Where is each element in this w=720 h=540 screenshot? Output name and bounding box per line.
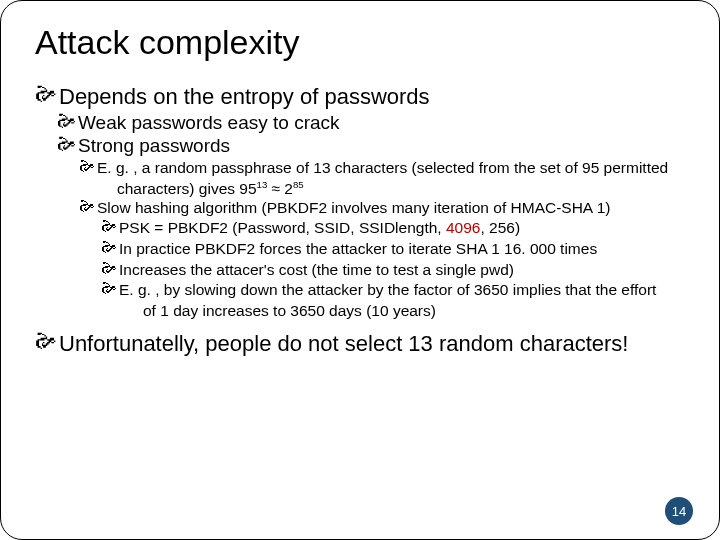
bullet-icon: 🙞 bbox=[101, 219, 117, 235]
bullet-level4: 🙞E. g. , by slowing down the attacker by… bbox=[101, 281, 685, 300]
bullet-icon: 🙞 bbox=[101, 261, 117, 277]
bullet-level2: 🙞Weak passwords easy to crack bbox=[57, 112, 685, 134]
text: In practice PBKDF2 forces the attacker t… bbox=[119, 240, 597, 257]
slide-frame: Attack complexity 🙞Depends on the entrop… bbox=[0, 0, 720, 540]
bullet-level3: 🙞Slow hashing algorithm (PBKDF2 involves… bbox=[79, 199, 685, 321]
text: E. g. , a random passphrase of 13 charac… bbox=[97, 159, 668, 176]
bullet-level1: 🙞Unfortunatelly, people do not select 13… bbox=[35, 331, 685, 357]
bullet-icon: 🙞 bbox=[101, 240, 117, 256]
bullet-icon: 🙞 bbox=[79, 199, 95, 215]
highlight-number: 4096 bbox=[446, 219, 480, 236]
text: Weak passwords easy to crack bbox=[78, 112, 340, 133]
text-continuation: characters) gives 9513 ≈ 285 bbox=[117, 180, 685, 199]
bullet-level3: 🙞E. g. , a random passphrase of 13 chara… bbox=[79, 159, 685, 178]
bullet-level4: 🙞In practice PBKDF2 forces the attacker … bbox=[101, 240, 685, 259]
bullet-icon: 🙞 bbox=[35, 84, 57, 106]
bullet-level1: 🙞Depends on the entropy of passwords 🙞We… bbox=[35, 84, 685, 321]
text-continuation: of 1 day increases to 3650 days (10 year… bbox=[143, 302, 685, 321]
text: Depends on the entropy of passwords bbox=[59, 84, 430, 109]
text: Unfortunatelly, people do not select 13 … bbox=[59, 331, 628, 356]
text: Slow hashing algorithm (PBKDF2 involves … bbox=[97, 199, 610, 216]
bullet-level4: 🙞PSK = PBKDF2 (Password, SSID, SSIDlengt… bbox=[101, 219, 685, 238]
bullet-icon: 🙞 bbox=[101, 281, 117, 297]
slide-title: Attack complexity bbox=[35, 23, 685, 62]
bullet-level2: 🙞Strong passwords 🙞E. g. , a random pass… bbox=[57, 135, 685, 321]
bullet-icon: 🙞 bbox=[35, 331, 57, 353]
bullet-level4: 🙞Increases the attacer's cost (the time … bbox=[101, 261, 685, 280]
bullet-icon: 🙞 bbox=[57, 112, 76, 131]
page-number: 14 bbox=[672, 504, 686, 519]
bullet-icon: 🙞 bbox=[57, 135, 76, 154]
text: Increases the attacer's cost (the time t… bbox=[119, 261, 514, 278]
bullet-icon: 🙞 bbox=[79, 159, 95, 175]
text: Strong passwords bbox=[78, 135, 230, 156]
text: E. g. , by slowing down the attacker by … bbox=[119, 281, 656, 298]
page-number-badge: 14 bbox=[665, 497, 693, 525]
